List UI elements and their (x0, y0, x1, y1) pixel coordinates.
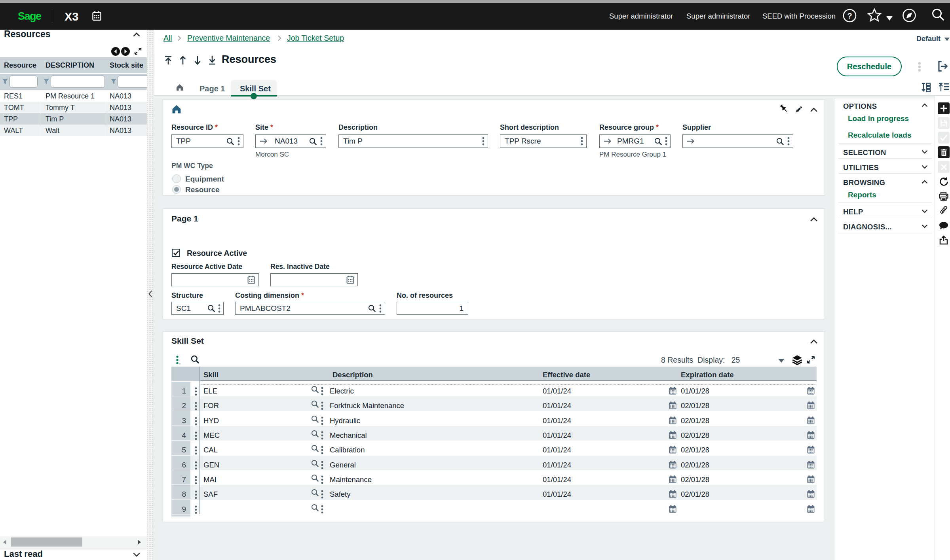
svg-text:?: ? (847, 11, 852, 20)
